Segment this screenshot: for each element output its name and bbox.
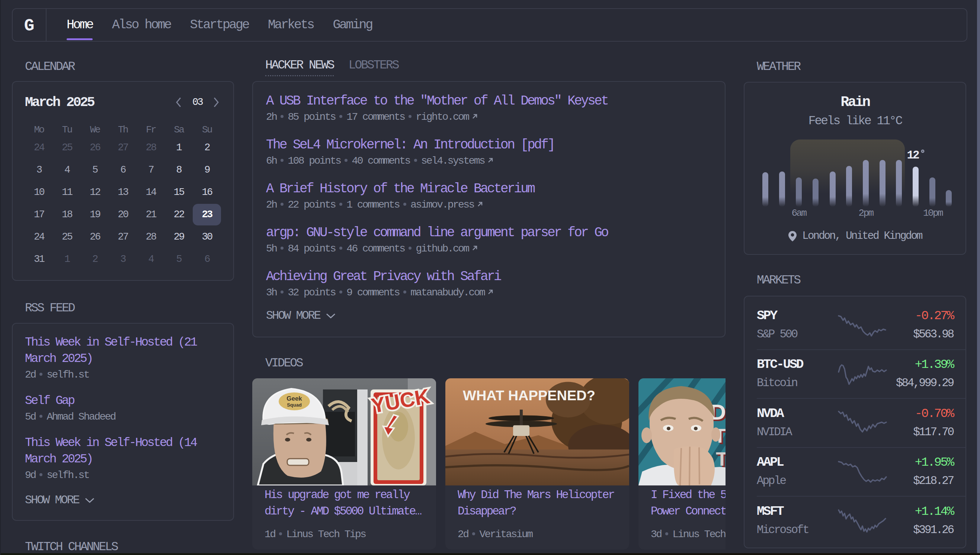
svg-text:Squad: Squad	[287, 402, 302, 408]
svg-text:Geek: Geek	[287, 395, 302, 402]
svg-text:T: T	[716, 448, 725, 470]
svg-text:WHAT HAPPENED?: WHAT HAPPENED?	[463, 388, 595, 403]
